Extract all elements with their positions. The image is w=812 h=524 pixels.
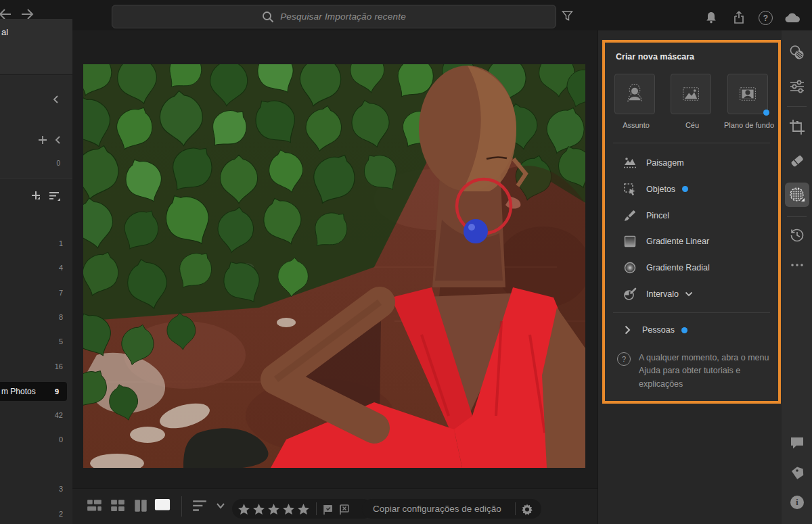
new-badge-dot — [682, 186, 688, 192]
search-placeholder: Pesquisar Importação recente — [280, 11, 406, 22]
history-versions-icon[interactable] — [788, 227, 806, 244]
help-glyph: ? — [763, 14, 768, 23]
chevron-down-icon — [685, 291, 693, 297]
album-count: 8 — [59, 313, 63, 321]
tool-label: Gradiente Radial — [646, 263, 710, 272]
sidebar-item-selected-album[interactable]: m Photos 9 — [0, 382, 67, 401]
filter-funnel-icon[interactable] — [562, 10, 573, 22]
tool-label: Pessoas — [642, 325, 675, 335]
top-bar: Pesquisar Importação recente ? — [0, 0, 812, 30]
help-circle-icon: ? — [617, 352, 631, 366]
section-chevron-icon[interactable] — [54, 135, 62, 145]
subject-mask-icon — [621, 80, 648, 108]
share-icon[interactable] — [731, 10, 746, 25]
mask-type-label[interactable]: Plano de fundo — [719, 121, 780, 129]
mask-panel-title: Criar nova máscara — [616, 52, 694, 62]
masking-icon — [788, 186, 806, 204]
copy-edit-settings-button[interactable]: Copiar configurações de edição — [362, 499, 541, 519]
linear-gradient-icon — [623, 234, 637, 249]
sort-chevron-down-icon[interactable] — [216, 502, 225, 509]
help-icon[interactable]: ? — [759, 11, 773, 25]
range-icon — [623, 287, 637, 302]
sidebar-section — [0, 75, 72, 178]
background-mask-icon — [734, 80, 761, 108]
right-tool-strip: i — [782, 30, 812, 524]
mask-type-background-button[interactable] — [727, 74, 768, 114]
mask-tool-linear-gradient[interactable]: Gradiente Linear — [613, 228, 770, 254]
mask-tool-range[interactable]: Intervalo — [613, 281, 770, 307]
cloud-sync-icon[interactable] — [784, 10, 804, 25]
add-album-icon[interactable] — [31, 191, 42, 201]
star-icon[interactable] — [282, 503, 295, 515]
mask-tool-landscape[interactable]: Paisagem — [613, 149, 770, 176]
selected-album-count: 9 — [55, 387, 59, 396]
tool-label: Gradiente Linear — [646, 237, 709, 246]
mask-type-sky-button[interactable] — [671, 74, 711, 114]
mask-panel: Criar nova máscara Assunto — [597, 30, 782, 524]
mask-tool-radial-gradient[interactable]: Gradiente Radial — [613, 254, 770, 281]
help-glyph: ? — [622, 355, 626, 363]
new-badge-dot — [763, 110, 769, 116]
photo-canvas[interactable] — [83, 64, 585, 468]
view-detail-icon[interactable] — [154, 498, 171, 513]
masking-tool-selected[interactable] — [785, 183, 809, 207]
flag-pick-icon[interactable] — [322, 503, 334, 515]
info-icon[interactable]: i — [788, 494, 806, 511]
mask-type-subject-button[interactable] — [614, 74, 655, 114]
toolbar-divider — [181, 496, 182, 517]
tool-label: Pincel — [646, 211, 669, 220]
star-icon[interactable] — [267, 503, 280, 515]
healing-eraser-icon[interactable] — [788, 152, 806, 170]
album-count: 1 — [59, 239, 63, 247]
sidebar-divider — [0, 178, 72, 178]
edit-sliders-icon[interactable] — [788, 78, 806, 95]
radial-gradient-icon — [623, 260, 637, 275]
album-count: 4 — [59, 264, 63, 272]
search-input[interactable]: Pesquisar Importação recente — [112, 5, 556, 28]
objects-icon — [623, 182, 637, 197]
album-count: 16 — [55, 362, 63, 371]
more-options-icon[interactable] — [788, 256, 806, 274]
crop-icon[interactable] — [788, 118, 806, 136]
collapse-chevron-icon[interactable] — [51, 95, 61, 104]
gear-icon[interactable] — [521, 503, 533, 515]
photo-image — [83, 64, 585, 468]
sort-order-icon[interactable] — [191, 498, 208, 513]
album-count: 7 — [59, 289, 63, 297]
add-icon[interactable] — [38, 135, 47, 145]
album-count: 2 — [59, 510, 63, 518]
strip-divider — [787, 106, 807, 107]
star-icon[interactable] — [238, 503, 250, 515]
tool-label: Intervalo — [646, 289, 679, 299]
chevron-right-icon — [625, 325, 631, 335]
mask-type-label[interactable]: Assunto — [606, 121, 667, 129]
mask-tool-brush[interactable]: Pincel — [613, 202, 770, 229]
star-icon[interactable] — [297, 503, 310, 515]
copy-settings-label: Copiar configurações de edição — [362, 504, 510, 514]
star-icon[interactable] — [252, 503, 265, 515]
search-icon — [262, 11, 274, 23]
view-grid-mixed-icon[interactable] — [87, 498, 103, 513]
mask-tool-objects[interactable]: Objetos — [613, 176, 770, 202]
info-glyph: i — [796, 498, 798, 508]
comments-icon[interactable] — [788, 434, 806, 452]
notifications-bell-icon[interactable] — [704, 10, 719, 25]
rating-flag-pill — [232, 499, 373, 519]
album-count: 3 — [59, 485, 63, 493]
album-count: 0 — [59, 435, 63, 444]
view-grid-square-icon[interactable] — [110, 498, 126, 513]
selected-album-label: m Photos — [1, 387, 55, 396]
sort-albums-icon[interactable] — [49, 191, 61, 201]
panel-divider — [613, 143, 770, 143]
pill-divider — [316, 502, 317, 515]
section-count: 0 — [56, 160, 60, 167]
presets-icon[interactable] — [788, 44, 806, 62]
new-badge-dot — [681, 327, 687, 333]
keyword-tag-icon[interactable] — [788, 465, 806, 482]
mask-type-label[interactable]: Céu — [662, 121, 723, 129]
view-compare-icon[interactable] — [133, 498, 149, 513]
mask-tool-people[interactable]: Pessoas — [613, 318, 770, 341]
flag-reject-icon[interactable] — [338, 503, 351, 515]
album-count: 42 — [55, 411, 63, 419]
sidebar-top-panel[interactable]: al — [0, 19, 72, 75]
